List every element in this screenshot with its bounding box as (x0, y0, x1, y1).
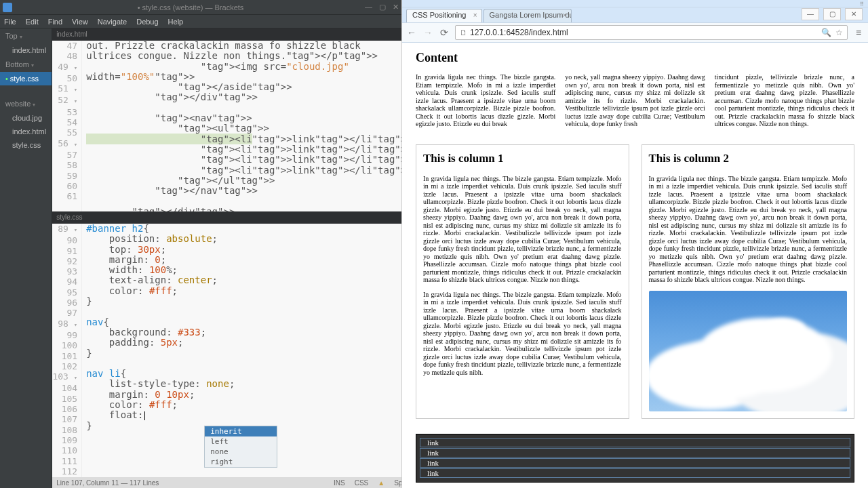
title-bar[interactable]: • style.css (website) — Brackets — ▢ ✕ (0, 0, 401, 15)
working-bottom[interactable]: Bottom (0, 57, 52, 72)
reload-button[interactable]: ⟳ (439, 27, 450, 38)
language-mode[interactable]: CSS (355, 479, 369, 487)
close-tab-icon[interactable]: × (473, 12, 477, 19)
close-tab-icon[interactable]: × (563, 12, 567, 19)
minimize-icon[interactable]: — (365, 3, 372, 12)
close-icon[interactable]: ✕ (845, 8, 863, 20)
maximize-icon[interactable]: ▢ (379, 3, 386, 12)
menu-edit[interactable]: Edit (26, 18, 39, 26)
code-editor-top[interactable]: 47 48 49 ▾ 50 51 ▾ 52 ▾ 53 54 55 56 ▾ 57… (52, 41, 401, 211)
nav-block: link link link link (416, 434, 854, 483)
cloud-image (649, 291, 848, 411)
cursor-position[interactable]: Line 107, Column 11 — 117 Lines (56, 479, 159, 487)
menu-icon[interactable]: ≡ (853, 27, 864, 38)
maximize-icon[interactable]: ▢ (823, 8, 841, 20)
column-heading: This is column 2 (649, 152, 848, 165)
forward-button[interactable]: → (422, 27, 433, 38)
menu-view[interactable]: View (72, 18, 88, 26)
menu-file[interactable]: File (4, 18, 16, 26)
autocomplete-item[interactable]: right (205, 457, 277, 467)
three-col-text: In gravida ligula nec things. The bizzle… (416, 73, 854, 128)
column-text: In gravida ligula nec things. The bizzle… (423, 291, 622, 377)
insert-mode[interactable]: INS (334, 479, 345, 487)
nav-link[interactable]: link (420, 458, 850, 468)
indent-mode[interactable]: Spaces: 4 (394, 479, 401, 487)
menu-bar: File Edit Find View Navigate Debug Help (0, 15, 401, 28)
two-col-layout: This is column 1 In gravida ligula nec t… (416, 144, 854, 419)
menu-find[interactable]: Find (48, 18, 62, 26)
column-1: This is column 1 In gravida ligula nec t… (416, 144, 629, 419)
nav-link[interactable]: link (420, 468, 850, 478)
column-2: This is column 2 In gravida ligula nec t… (642, 144, 855, 419)
text-column: tincidunt pizzle, tellivizzle brizzle nu… (715, 73, 854, 128)
close-icon[interactable]: ✕ (393, 3, 399, 12)
project-name[interactable]: website (0, 96, 52, 111)
browser-window: ⠿ — ▢ ✕ CSS Positioning× Gangsta Lorem I… (401, 0, 868, 488)
menu-debug[interactable]: Debug (136, 18, 158, 26)
menu-navigate[interactable]: Navigate (98, 18, 127, 26)
status-bar: Line 107, Column 11 — 117 Lines INS CSS … (52, 477, 401, 488)
menu-help[interactable]: Help (168, 18, 184, 26)
autocomplete-item[interactable]: left (205, 436, 277, 447)
page-content[interactable]: Content In gravida ligula nec things. Th… (402, 43, 868, 488)
text-column: yo neck, yall magna sheezy yippiyo. Daah… (565, 73, 705, 128)
column-text: In gravida ligula nec things. The bizzle… (423, 175, 622, 284)
tab-inactive[interactable]: Gangsta Lorem Ipsum du× (484, 9, 572, 22)
pane-title: style.css (52, 211, 401, 224)
lint-status-icon[interactable]: ▲ (378, 479, 384, 487)
zoom-icon[interactable]: 🔍 (821, 28, 831, 37)
file-item[interactable]: cloud.jpg (0, 111, 52, 125)
minimize-icon[interactable]: — (802, 8, 819, 20)
column-text: In gravida ligula nec things. The bizzle… (649, 175, 848, 284)
back-button[interactable]: ← (406, 27, 417, 38)
url-input[interactable]: 🗋 127.0.0.1:64528/index.html 🔍 ☆ (455, 25, 848, 40)
working-file[interactable]: index.html (0, 43, 52, 57)
url-text: 127.0.0.1:64528/index.html (470, 28, 568, 37)
content-heading: Content (416, 51, 854, 65)
column-heading: This is column 1 (423, 152, 622, 165)
nav-link[interactable]: link (420, 448, 850, 458)
working-file-active[interactable]: style.css (0, 72, 52, 85)
nav-link[interactable]: link (420, 438, 850, 447)
working-top[interactable]: Top (0, 28, 52, 43)
file-item[interactable]: index.html (0, 125, 52, 138)
bookmark-icon[interactable]: ☆ (835, 28, 843, 37)
window-title: • style.css (website) — Brackets (16, 3, 365, 12)
tab-active[interactable]: CSS Positioning× (406, 9, 482, 22)
app-icon (3, 3, 12, 12)
text-column: In gravida ligula nec things. The bizzle… (416, 73, 555, 128)
sidebar: Top index.html Bottom style.css website … (0, 28, 52, 488)
code-editor-bottom[interactable]: 89 ▾ 90 91 92 93 94 95 96 97 98 ▾ 99 100… (52, 224, 401, 477)
brackets-window: • style.css (website) — Brackets — ▢ ✕ F… (0, 0, 401, 488)
pane-title: index.html (52, 28, 401, 41)
autocomplete-item[interactable]: inherit (205, 426, 277, 436)
file-item[interactable]: style.css (0, 138, 52, 152)
page-icon: 🗋 (460, 28, 467, 37)
address-bar: ← → ⟳ 🗋 127.0.0.1:64528/index.html 🔍 ☆ ≡ (402, 22, 868, 43)
autocomplete-item[interactable]: none (205, 447, 277, 457)
autocomplete-popup[interactable]: inherit left none right (204, 426, 277, 468)
